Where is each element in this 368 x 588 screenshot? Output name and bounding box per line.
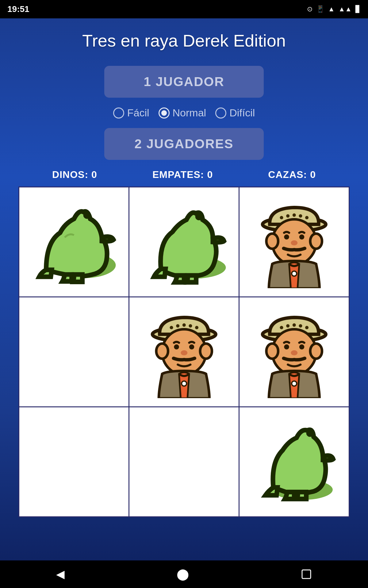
radio-dificil[interactable]: Difícil [215,107,255,119]
svg-point-35 [305,326,309,329]
sim-icon: 📱 [316,5,324,13]
radio-normal[interactable]: Normal [159,107,206,119]
one-player-button[interactable]: 1 JUGADOR [104,66,264,98]
hunter-icon-0 [248,196,341,288]
wifi-icon: ▲ [328,5,335,13]
status-bar: 19:51 ⊙ 📱 ▲ ▲▲ ▊ [0,0,368,18]
cell-1-0[interactable] [19,297,128,406]
radio-dificil-label: Difícil [229,107,255,119]
cell-2-2[interactable] [240,407,349,516]
svg-point-29 [182,381,187,386]
svg-point-5 [280,216,283,219]
svg-point-24 [156,343,168,359]
svg-point-19 [176,324,179,327]
svg-point-18 [170,326,173,329]
svg-point-40 [299,344,305,349]
dino-icon-2 [248,416,341,508]
difficulty-row: Fácil Normal Difícil [113,107,255,119]
radio-facil-label: Fácil [127,107,149,119]
svg-point-25 [200,343,212,359]
home-button[interactable]: ⬤ [167,565,198,584]
radio-normal-circle [159,107,170,119]
svg-point-38 [310,343,322,359]
svg-point-21 [189,324,192,327]
svg-point-39 [284,344,289,349]
main-content: Tres en raya Derek Edition 1 JUGADOR Fác… [0,18,368,560]
dino-icon-1 [138,196,231,288]
empates-score: EMPATES: 0 [152,169,213,180]
svg-point-13 [284,234,289,239]
svg-point-42 [292,381,297,386]
two-players-button[interactable]: 2 JUGADORES [104,128,264,160]
back-button[interactable]: ◀ [47,565,74,584]
game-grid [18,187,350,517]
svg-point-34 [299,324,302,327]
svg-point-26 [174,344,179,349]
svg-point-27 [189,344,194,349]
cazas-score: CAZAS: 0 [268,169,316,180]
svg-point-33 [292,323,296,326]
battery-icon: ▊ [355,5,361,13]
svg-point-41 [291,350,297,355]
cell-2-1[interactable] [129,407,239,516]
svg-point-15 [291,240,297,245]
cell-0-0[interactable] [19,187,128,296]
svg-point-14 [299,234,305,239]
svg-rect-45 [302,570,311,579]
status-icons: ⊙ 📱 ▲ ▲▲ ▊ [307,5,361,13]
svg-point-32 [286,324,289,327]
svg-point-22 [195,326,198,329]
svg-point-8 [299,214,302,217]
svg-point-16 [292,271,297,276]
svg-point-3 [195,213,202,220]
svg-point-31 [280,326,283,329]
svg-point-28 [181,350,187,355]
radio-facil-circle [113,107,124,119]
cell-1-2[interactable] [240,297,349,406]
dino-icon-0 [28,196,121,288]
hunter-icon-1 [138,306,231,398]
cell-0-2[interactable] [240,187,349,296]
app-title: Tres en raya Derek Edition [82,31,286,51]
radio-dificil-circle [215,107,226,119]
hunter-icon-2 [248,306,341,398]
svg-point-11 [266,233,278,249]
svg-point-44 [306,429,313,437]
svg-point-6 [286,214,289,217]
svg-point-12 [310,233,322,249]
recent-icon [301,569,312,580]
cell-1-1[interactable] [129,297,239,406]
scores-row: DINOS: 0 EMPATES: 0 CAZAS: 0 [18,169,350,180]
radio-facil[interactable]: Fácil [113,107,149,119]
svg-point-37 [266,343,278,359]
recent-button[interactable] [292,566,321,583]
cell-0-1[interactable] [129,187,239,296]
cell-2-0[interactable] [19,407,128,516]
dinos-score: DINOS: 0 [52,169,97,180]
svg-point-1 [83,211,90,219]
pwa-icon: ⊙ [307,5,312,13]
status-time: 19:51 [7,4,29,14]
nav-bar: ◀ ⬤ [0,560,368,588]
radio-normal-label: Normal [173,107,206,119]
svg-point-9 [305,216,309,219]
svg-point-7 [292,213,296,217]
signal-icon: ▲▲ [338,5,352,13]
svg-point-20 [182,323,186,326]
